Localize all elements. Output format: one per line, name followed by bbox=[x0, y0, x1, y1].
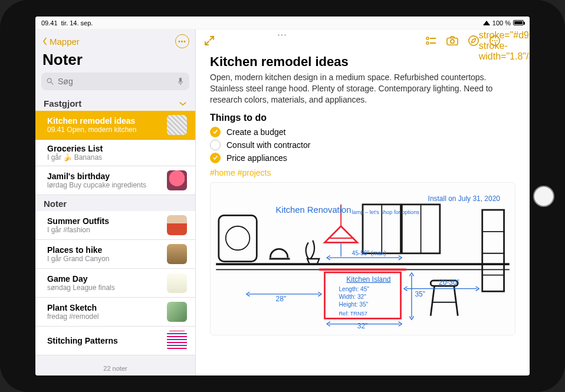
svg-text:32": 32" bbox=[357, 322, 368, 330]
list-item[interactable]: Stitching Patterns bbox=[35, 327, 195, 355]
note-thumbnail bbox=[167, 115, 187, 135]
expand-button[interactable] bbox=[203, 34, 216, 47]
note-tags[interactable]: #home #projects bbox=[210, 168, 515, 177]
battery-percent: 100 % bbox=[492, 19, 511, 27]
list-item[interactable]: Kitchen remodel ideas09.41 Open, modern … bbox=[35, 111, 195, 140]
pinned-header[interactable]: Fastgjort bbox=[35, 95, 195, 111]
note-subheading[interactable]: Things to do bbox=[210, 113, 515, 123]
list-item[interactable]: Game Daysøndag League finals bbox=[35, 269, 195, 298]
note-thumbnail bbox=[167, 244, 187, 264]
svg-rect-16 bbox=[219, 215, 257, 261]
list-item[interactable]: Summer OutfitsI går #fashion bbox=[35, 211, 195, 240]
todo-label: Create a budget bbox=[226, 127, 285, 137]
mic-icon[interactable] bbox=[176, 77, 185, 85]
svg-text:35": 35" bbox=[415, 290, 425, 298]
svg-text:Ref: TRN57: Ref: TRN57 bbox=[339, 311, 367, 317]
note-thumbnail bbox=[167, 302, 187, 322]
compose-button[interactable]: .5" fill="none" stroke="#d99b00" stroke-… bbox=[510, 34, 523, 47]
svg-point-17 bbox=[226, 226, 250, 250]
note-thumbnail bbox=[167, 215, 187, 235]
sidebar-title: Noter bbox=[35, 51, 195, 73]
svg-line-1 bbox=[51, 82, 53, 84]
wifi-icon bbox=[483, 21, 490, 25]
svg-text:45-50" (max): 45-50" (max) bbox=[352, 250, 386, 256]
svg-text:Length: 45": Length: 45" bbox=[339, 286, 369, 292]
note-thumbnail bbox=[167, 273, 187, 293]
checkbox-checked-icon[interactable] bbox=[210, 127, 221, 137]
svg-rect-7 bbox=[447, 38, 458, 45]
note-detail: .5" fill="none" stroke="#d99b00" stroke-… bbox=[196, 29, 530, 375]
svg-text:Height: 35": Height: 35" bbox=[339, 301, 368, 308]
notes-sidebar: Mapper ••• Noter Fastgjort K bbox=[35, 29, 196, 375]
chevron-left-icon bbox=[41, 37, 48, 45]
todo-label: Price appliances bbox=[226, 153, 287, 163]
svg-point-8 bbox=[451, 39, 454, 43]
svg-text:lamp – let's shop for options: lamp – let's shop for options bbox=[352, 209, 420, 215]
search-field[interactable] bbox=[41, 73, 189, 90]
svg-text:28": 28" bbox=[276, 295, 287, 303]
ellipsis-icon: ••• bbox=[178, 38, 186, 45]
svg-line-29 bbox=[454, 286, 458, 316]
todo-label: Consult with contractor bbox=[226, 140, 310, 150]
svg-text:Width: 32": Width: 32" bbox=[339, 294, 366, 300]
list-item[interactable]: Plant Sketchfredag #remodel bbox=[35, 298, 195, 327]
back-label: Mapper bbox=[50, 37, 80, 47]
home-button[interactable] bbox=[533, 186, 554, 207]
svg-text:Kitchen Renovation: Kitchen Renovation bbox=[276, 205, 352, 214]
svg-line-28 bbox=[431, 286, 434, 316]
checkbox-unchecked-icon[interactable] bbox=[210, 140, 221, 150]
camera-button[interactable] bbox=[446, 34, 459, 47]
note-thumbnail bbox=[167, 331, 187, 351]
checkbox-checked-icon[interactable] bbox=[210, 153, 221, 163]
search-input[interactable] bbox=[58, 77, 173, 86]
todo-item[interactable]: Create a budget bbox=[210, 127, 515, 137]
note-paragraph[interactable]: Open, modern kitchen design in a medium … bbox=[210, 72, 515, 106]
svg-rect-23 bbox=[482, 210, 504, 291]
sidebar-footer-count: 22 noter bbox=[35, 361, 195, 375]
status-date: tir. 14. sep. bbox=[61, 19, 93, 27]
svg-text:Kitchen Island: Kitchen Island bbox=[346, 275, 390, 283]
battery-icon bbox=[513, 20, 524, 25]
svg-point-3 bbox=[426, 37, 429, 39]
svg-text:Install on July 31, 2020: Install on July 31, 2020 bbox=[428, 195, 501, 203]
sidebar-more-button[interactable]: ••• bbox=[175, 34, 189, 48]
multitask-handle[interactable]: ••• bbox=[278, 32, 288, 38]
list-item[interactable]: Places to hikeI går Grand Canyon bbox=[35, 240, 195, 269]
svg-point-9 bbox=[469, 36, 478, 45]
chevron-down-icon bbox=[179, 100, 187, 108]
svg-rect-2 bbox=[179, 78, 182, 83]
note-toolbar: .5" fill="none" stroke="#d99b00" stroke-… bbox=[196, 29, 530, 52]
note-sketch[interactable]: Kitchen Renovation Install on July 31, 2… bbox=[210, 182, 515, 335]
list-item[interactable]: Jamil's birthdaylørdag Buy cupcake ingre… bbox=[35, 166, 195, 195]
notes-header[interactable]: Noter bbox=[35, 195, 195, 211]
svg-text:20-30": 20-30" bbox=[439, 278, 459, 286]
note-title[interactable]: Kitchen remodel ideas bbox=[210, 54, 515, 70]
checklist-button[interactable] bbox=[425, 34, 438, 47]
svg-point-5 bbox=[426, 42, 429, 44]
status-time: 09.41 bbox=[41, 19, 58, 27]
back-button[interactable]: Mapper bbox=[41, 37, 80, 47]
note-thumbnail bbox=[167, 170, 187, 190]
status-bar: 09.41 tir. 14. sep. 100 % bbox=[35, 17, 530, 29]
note-body[interactable]: Kitchen remodel ideas Open, modern kitch… bbox=[196, 52, 530, 375]
markup-button[interactable] bbox=[467, 34, 480, 47]
search-icon bbox=[46, 77, 54, 85]
todo-item[interactable]: Consult with contractor bbox=[210, 140, 515, 150]
list-item[interactable]: Groceries ListI går 🍌 Bananas bbox=[35, 140, 195, 166]
todo-item[interactable]: Price appliances bbox=[210, 153, 515, 163]
